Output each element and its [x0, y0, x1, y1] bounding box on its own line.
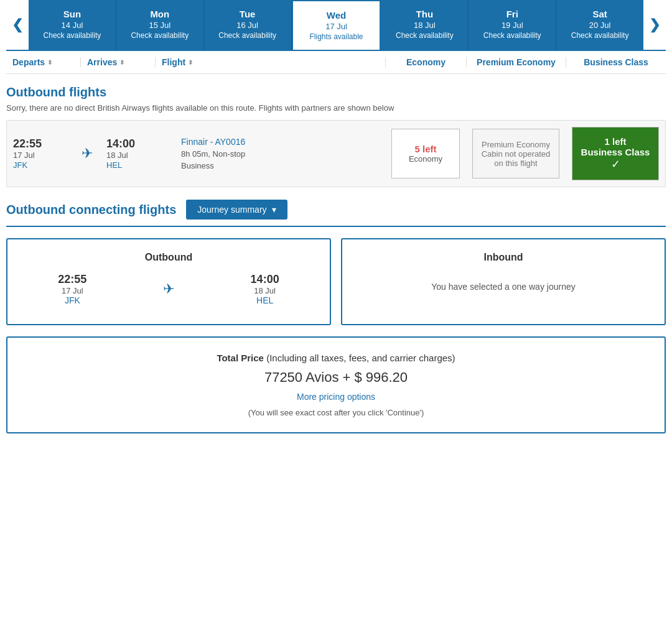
total-price-label: Total Price (Including all taxes, fees, …	[22, 353, 650, 363]
flight-arrives: 14:00 18 Jul HEL	[100, 131, 175, 176]
depart-time: 22:55	[13, 137, 75, 150]
outbound-flight-details: 22:55 17 Jul JFK ✈ 14:00 18 Jul HEL	[20, 273, 317, 305]
arrives-label: Arrives	[87, 57, 117, 67]
calendar-day-mon[interactable]: Mon 15 Jul Check availability	[116, 0, 204, 50]
outbound-arrive-airport[interactable]: HEL	[251, 295, 279, 305]
business-selected-icon: ✓	[611, 157, 620, 171]
premium-economy-label: Premium Economy	[477, 57, 556, 67]
connecting-header: Outbound connecting flights Journey summ…	[6, 200, 666, 227]
inbound-card-title: Inbound	[355, 252, 652, 263]
flight-label: Flight	[162, 57, 185, 67]
depart-date: 17 Jul	[13, 150, 75, 160]
business-cell: 1 left Business Class ✓	[566, 121, 665, 187]
outbound-card: Outbound 22:55 17 Jul JFK ✈ 14:00 18 Jul…	[6, 238, 331, 325]
pricing-label-bold: Total Price	[217, 353, 264, 363]
plane-icon: ✈	[163, 281, 174, 297]
col-departs[interactable]: Departs ⬍	[6, 57, 81, 67]
calendar-day-sun[interactable]: Sun 14 Jul Check availability	[29, 0, 116, 50]
col-business-class: Business Class	[566, 57, 666, 67]
col-economy: Economy	[386, 57, 467, 67]
calendar-day-sat[interactable]: Sat 20 Jul Check availability	[556, 0, 643, 50]
connecting-title: Outbound connecting flights	[6, 203, 176, 217]
depart-airport[interactable]: JFK	[13, 160, 27, 170]
col-premium-economy: Premium Economy	[467, 57, 566, 67]
economy-cell: 5 left Economy	[385, 123, 466, 185]
outbound-depart-date: 17 Jul	[58, 286, 86, 295]
table-header: Departs ⬍ Arrives ⬍ Flight ⬍ Economy Pre…	[6, 51, 666, 74]
calendar-days: Sun 14 Jul Check availability Mon 15 Jul…	[29, 0, 643, 50]
calendar-day-wed[interactable]: Wed 17 Jul Flights available	[292, 0, 381, 50]
arrive-airport[interactable]: HEL	[106, 160, 122, 170]
col-flight[interactable]: Flight ⬍	[156, 57, 386, 67]
business-option[interactable]: 1 left Business Class ✓	[572, 127, 659, 180]
calendar-day-fri[interactable]: Fri 19 Jul Check availability	[469, 0, 556, 50]
total-price-box: Total Price (Including all taxes, fees, …	[6, 336, 666, 433]
business-cabin-label: Business Class	[581, 147, 650, 157]
journey-summary-label: Journey summary	[197, 205, 266, 215]
chevron-down-icon: ▾	[272, 205, 276, 215]
business-class-label: Business Class	[584, 57, 648, 67]
outbound-arrive-date: 18 Jul	[251, 286, 279, 295]
calendar-day-thu[interactable]: Thu 18 Jul Check availability	[381, 0, 469, 50]
premium-option: Premium Economy Cabin not operated on th…	[472, 129, 559, 178]
total-price-value: 77250 Avios + $ 996.20	[22, 369, 650, 386]
outbound-arrive-block: 14:00 18 Jul HEL	[251, 273, 279, 305]
economy-cabin-label: Economy	[409, 154, 442, 164]
business-seats: 1 left	[604, 136, 626, 147]
economy-label: Economy	[406, 57, 446, 67]
inbound-message: You have selected a one way journey	[355, 282, 652, 292]
inbound-card: Inbound You have selected a one way jour…	[341, 238, 666, 325]
departs-sort-icon: ⬍	[47, 59, 52, 66]
journey-cards: Outbound 22:55 17 Jul JFK ✈ 14:00 18 Jul…	[6, 238, 666, 325]
journey-summary-button[interactable]: Journey summary ▾	[186, 200, 287, 220]
economy-option[interactable]: 5 left Economy	[391, 129, 460, 178]
outbound-note: Sorry, there are no direct British Airwa…	[6, 103, 666, 113]
price-note: (You will see exact cost after you click…	[22, 408, 650, 417]
flight-departs: 22:55 17 Jul JFK	[7, 131, 82, 176]
arrive-time: 14:00	[106, 137, 169, 150]
premium-unavailable-msg: Premium Economy Cabin not operated on th…	[478, 140, 554, 168]
next-arrow[interactable]: ❯	[643, 0, 666, 50]
flight-duration: 8h 05m, Non-stop	[181, 149, 379, 159]
outbound-card-title: Outbound	[20, 252, 317, 263]
outbound-plane-icon: ✈	[163, 281, 174, 297]
flight-row: 22:55 17 Jul JFK ✈ 14:00 18 Jul HEL Finn…	[6, 120, 666, 187]
premium-cell: Premium Economy Cabin not operated on th…	[466, 123, 566, 185]
economy-seats: 5 left	[414, 144, 436, 154]
flight-info: Finnair - AY0016 8h 05m, Non-stop Busine…	[175, 131, 385, 177]
arrives-sort-icon: ⬍	[119, 59, 124, 66]
outbound-title: Outbound flights	[6, 74, 666, 103]
departs-label: Departs	[12, 57, 45, 67]
calendar-nav: ❮ Sun 14 Jul Check availability Mon 15 J…	[6, 0, 666, 51]
airline-name[interactable]: Finnair - AY0016	[181, 137, 245, 147]
flight-sort-icon: ⬍	[188, 59, 193, 66]
prev-arrow[interactable]: ❮	[6, 0, 29, 50]
outbound-arrive-time: 14:00	[251, 273, 279, 286]
arrive-date: 18 Jul	[106, 150, 169, 160]
col-arrives[interactable]: Arrives ⬍	[81, 57, 156, 67]
more-pricing-link[interactable]: More pricing options	[22, 392, 650, 402]
outbound-depart-time: 22:55	[58, 273, 86, 286]
airline-logo-icon: ✈	[82, 146, 93, 162]
calendar-day-tue[interactable]: Tue 16 Jul Check availability	[204, 0, 292, 50]
outbound-depart-block: 22:55 17 Jul JFK	[58, 273, 86, 305]
flight-cabin: Business	[181, 161, 379, 170]
outbound-depart-airport[interactable]: JFK	[58, 295, 86, 305]
pricing-label-suffix: (Including all taxes, fees, and carrier …	[266, 353, 455, 363]
